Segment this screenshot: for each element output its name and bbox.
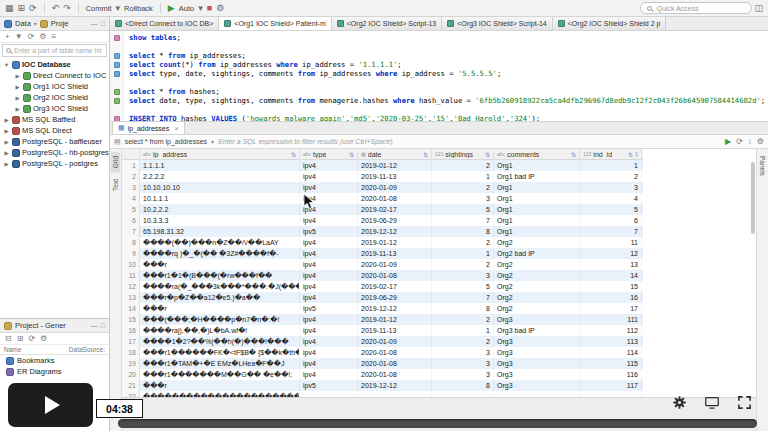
cell-comments[interactable]: Org2 bbox=[494, 292, 580, 303]
tree-item-direct-connect-to-ioc-d[interactable]: ▶Direct Connect to IOC D bbox=[0, 70, 109, 81]
cell-type[interactable]: ipv4 bbox=[300, 215, 358, 226]
cell-ind_id[interactable]: 17 bbox=[580, 303, 642, 314]
cell-ind_id[interactable]: 117 bbox=[580, 380, 642, 391]
editor-tab[interactable]: <Org2 IOC Shield> Script-13 bbox=[332, 17, 443, 30]
table-row[interactable]: 22�������������������������������� bbox=[122, 391, 643, 397]
cell-ind_id[interactable]: 12 bbox=[580, 248, 642, 259]
cell-sightings[interactable]: 3 bbox=[432, 270, 494, 281]
cell-ind_id[interactable]: 1 bbox=[580, 160, 642, 171]
add-icon[interactable]: + bbox=[5, 33, 10, 41]
quick-access-search[interactable]: Quick Access bbox=[640, 2, 752, 14]
cell-comments[interactable]: Org1 bbox=[494, 160, 580, 171]
cell-sightings[interactable]: 2 bbox=[432, 259, 494, 270]
cell-ind_id[interactable] bbox=[580, 391, 642, 397]
refresh-icon[interactable]: ⟳ bbox=[736, 137, 743, 146]
cell-date[interactable]: 2019-01-12 bbox=[358, 314, 432, 325]
cell-ip_address[interactable]: 10.1.1.1 bbox=[140, 193, 300, 204]
cell-sightings[interactable]: 2 bbox=[432, 237, 494, 248]
tree-item-ms-sql-direct[interactable]: ▶MS SQL Direct bbox=[0, 125, 109, 136]
cell-ind_id[interactable]: 2 bbox=[580, 171, 642, 182]
tree-expand-icon[interactable]: ▶ bbox=[14, 106, 21, 112]
table-row[interactable]: 610.3.3.3ipv42019-06-297Org16 bbox=[122, 215, 643, 226]
tree-expand-icon[interactable]: ▶ bbox=[3, 128, 10, 134]
cell-ind_id[interactable]: 115 bbox=[580, 358, 642, 369]
cell-type[interactable]: ipv4 bbox=[300, 248, 358, 259]
tree-item-org2-ioc-shield[interactable]: ▶Org2 IOC Shield bbox=[0, 92, 109, 103]
cell-comments[interactable]: Org1 bbox=[494, 215, 580, 226]
cell-sightings[interactable]: 8 bbox=[432, 380, 494, 391]
cell-date[interactable]: 2019-06-29 bbox=[358, 215, 432, 226]
tree-expand-icon[interactable]: ▶ bbox=[14, 95, 21, 101]
cell-type[interactable]: ipv5 bbox=[300, 380, 358, 391]
table-row[interactable]: 15���(���;�H����p�n7�n�:�!ipv42019-01-12… bbox=[122, 314, 643, 325]
cell-type[interactable]: ipv4 bbox=[300, 325, 358, 336]
expand-icon[interactable]: ⊞ bbox=[17, 335, 24, 343]
video-play-button[interactable] bbox=[8, 383, 93, 427]
redo-icon[interactable]: ↷ bbox=[63, 4, 71, 13]
column-header-comments[interactable]: abccomments⇅ bbox=[494, 149, 580, 159]
cell-ip_address[interactable]: ���r bbox=[140, 259, 300, 270]
cell-ind_id[interactable]: 112 bbox=[580, 325, 642, 336]
cell-ind_id[interactable]: 116 bbox=[580, 369, 642, 380]
cell-ind_id[interactable]: 114 bbox=[580, 347, 642, 358]
table-row[interactable]: 21���ripv52019-12-128Org3117 bbox=[122, 380, 643, 391]
tree-item-org1-ioc-shield[interactable]: ▶Org1 IOC Shield bbox=[0, 81, 109, 92]
cell-ip_address[interactable]: ���r bbox=[140, 380, 300, 391]
filter-input[interactable]: Enter a SQL expression to filter results… bbox=[218, 138, 721, 145]
cell-comments[interactable] bbox=[494, 391, 580, 397]
tree-expand-icon[interactable]: ▶ bbox=[14, 84, 21, 90]
cell-sightings[interactable]: 3 bbox=[432, 358, 494, 369]
table-row[interactable]: 9����rq )�_�(�� �3Z#����f�-ipv42019-11-1… bbox=[122, 248, 643, 259]
fullscreen-icon[interactable] bbox=[737, 395, 752, 410]
collapse-icon[interactable]: ⊟ bbox=[5, 335, 12, 343]
table-row[interactable]: 18���r1������FK�<tF$B� {$��k�th�ipv42020… bbox=[122, 347, 643, 358]
cell-type[interactable] bbox=[300, 391, 358, 397]
cell-date[interactable]: 2019-01-12 bbox=[358, 160, 432, 171]
table-row[interactable]: 11���r1�1�(B���(�rw���f��ipv42020-01-083… bbox=[122, 270, 643, 281]
cell-date[interactable]: 2020-01-09 bbox=[358, 336, 432, 347]
cell-type[interactable]: ipv4 bbox=[300, 369, 358, 380]
cell-type[interactable]: ipv4 bbox=[300, 237, 358, 248]
minimize-icon[interactable]: — bbox=[91, 20, 98, 27]
cell-date[interactable]: 2019-02-17 bbox=[358, 204, 432, 215]
cell-type[interactable]: ipv4 bbox=[300, 347, 358, 358]
table-row[interactable]: 17����1�2?��%(��h(�)���!���ipv42020-01-0… bbox=[122, 336, 643, 347]
cell-ip_address[interactable]: ���(���;�H����p�n7�n�:�! bbox=[140, 314, 300, 325]
column-header-date[interactable]: ▦date⇅ bbox=[358, 149, 432, 159]
cell-date[interactable]: 2019-11-13 bbox=[358, 248, 432, 259]
execute-icon[interactable]: ▶ bbox=[168, 4, 175, 13]
cell-comments[interactable]: Org2 bbox=[494, 303, 580, 314]
cell-ip_address[interactable]: ����rq )�_�(�� �3Z#����f�- bbox=[140, 248, 300, 259]
cell-date[interactable]: 2019-11-13 bbox=[358, 325, 432, 336]
cell-comments[interactable]: Org1 bbox=[494, 204, 580, 215]
cell-comments[interactable]: Org3 bad IP bbox=[494, 325, 580, 336]
cell-sightings[interactable]: 2 bbox=[432, 182, 494, 193]
table-row[interactable]: 16����raj),��,�)L�bA.wf�!ipv42019-11-131… bbox=[122, 325, 643, 336]
cell-ip_address[interactable]: 10.3.3.3 bbox=[140, 215, 300, 226]
cell-ip_address[interactable]: ����1�2?��%(��h(�)���!��� bbox=[140, 336, 300, 347]
cell-ind_id[interactable]: 15 bbox=[580, 281, 642, 292]
cell-ind_id[interactable]: 7 bbox=[580, 226, 642, 237]
cell-date[interactable]: 2020-01-08 bbox=[358, 369, 432, 380]
cell-sightings[interactable]: 5 bbox=[432, 204, 494, 215]
cell-comments[interactable]: Org1 bbox=[494, 226, 580, 237]
tab-panels[interactable]: Panels bbox=[758, 152, 767, 180]
cell-sightings[interactable]: 1 bbox=[432, 325, 494, 336]
tree-item-postgresql-postgres[interactable]: ▶PostgreSQL - postgres bbox=[0, 158, 109, 169]
tree-item-postgresql-hb-postgres[interactable]: ▶PostgreSQL - hb-postgres bbox=[0, 147, 109, 158]
cell-type[interactable]: ipv5 bbox=[300, 303, 358, 314]
cell-comments[interactable]: Org1 bad IP bbox=[494, 171, 580, 182]
cell-ip_address[interactable]: ���r1�TAM�+�E EMz�LHea�F��J bbox=[140, 358, 300, 369]
cell-type[interactable]: ipv4 bbox=[300, 182, 358, 193]
cell-date[interactable] bbox=[358, 391, 432, 397]
cell-date[interactable]: 2020-01-09 bbox=[358, 259, 432, 270]
cell-type[interactable]: ipv4 bbox=[300, 171, 358, 182]
cell-date[interactable]: 2019-12-12 bbox=[358, 226, 432, 237]
cell-sightings[interactable]: 2 bbox=[432, 314, 494, 325]
column-header-sightings[interactable]: 123sightings⇅ bbox=[432, 149, 494, 159]
cell-sightings[interactable]: 8 bbox=[432, 303, 494, 314]
commit-dropdown-icon[interactable]: ▾ bbox=[116, 4, 121, 13]
tree-item-postgresql-baffleuser[interactable]: ▶PostgreSQL - baffleuser bbox=[0, 136, 109, 147]
cell-ip_address[interactable]: ���r�p�Z��a12�e5.)�a�� bbox=[140, 292, 300, 303]
cell-date[interactable]: 2020-01-08 bbox=[358, 358, 432, 369]
